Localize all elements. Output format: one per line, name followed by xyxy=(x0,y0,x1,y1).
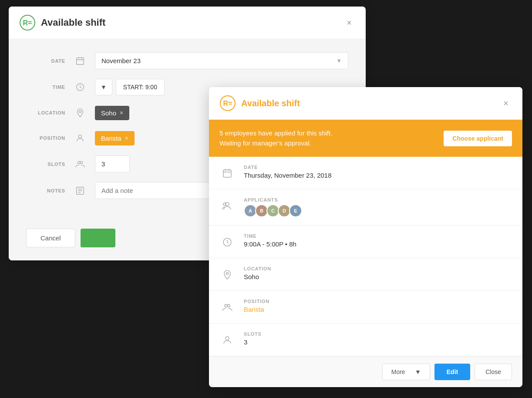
save-button[interactable] xyxy=(81,229,115,247)
choose-applicant-button[interactable]: Choose applicant xyxy=(444,131,512,146)
svg-point-8 xyxy=(78,135,81,138)
calendar-icon xyxy=(72,53,88,69)
svg-point-27 xyxy=(226,337,229,340)
fg-modal-footer: More ▼ Edit Close xyxy=(209,356,522,387)
fg-close-icon-button[interactable]: × xyxy=(500,97,512,110)
fg-title-group: R= Available shift xyxy=(219,95,300,111)
cancel-button[interactable]: Cancel xyxy=(26,229,75,247)
detail-position-icon xyxy=(219,300,235,315)
location-detail-content: LOCATION Soho xyxy=(244,266,271,280)
fg-modal-title: Available shift xyxy=(241,98,300,108)
detail-time-label: TIME xyxy=(244,233,296,239)
detail-position-label: POSITION xyxy=(244,299,269,304)
more-button-label: More xyxy=(391,368,405,375)
svg-point-10 xyxy=(80,161,83,164)
detail-time-value: 9:00A - 5:00P • 8h xyxy=(244,240,296,248)
location-tag-container: Soho × xyxy=(95,106,129,120)
time-start-label: START: xyxy=(123,84,144,91)
position-detail-content: POSITION Barista xyxy=(244,299,269,313)
position-icon xyxy=(72,130,88,146)
detail-location-row: LOCATION Soho xyxy=(209,258,522,291)
more-chevron-icon: ▼ xyxy=(415,368,421,375)
position-label: POSITION xyxy=(26,135,65,141)
svg-text:R=: R= xyxy=(23,19,32,27)
svg-rect-2 xyxy=(77,57,84,64)
location-tag-text: Soho xyxy=(101,109,116,117)
date-chevron-icon: ▼ xyxy=(336,57,342,64)
bg-close-button[interactable]: × xyxy=(343,16,355,30)
applicants-banner: 5 employees have applied for this shift.… xyxy=(209,120,522,157)
position-tag-container: Barista × xyxy=(95,131,135,145)
position-tag-remove[interactable]: × xyxy=(125,135,128,142)
bg-modal-title: Available shift xyxy=(41,17,105,28)
date-label: DATE xyxy=(26,58,65,64)
detail-rows-container: DATE Thursday, November 23, 2018 APPLICA… xyxy=(209,157,522,356)
notes-label: NOTES xyxy=(26,188,65,193)
edit-button[interactable]: Edit xyxy=(434,364,470,380)
detail-position-value: Barista xyxy=(244,306,269,313)
date-row: DATE November 23 ▼ xyxy=(26,52,348,69)
detail-location-label: LOCATION xyxy=(244,266,271,271)
time-dropdown-button[interactable]: ▼ xyxy=(95,79,112,95)
svg-point-25 xyxy=(225,304,227,307)
detail-location-icon xyxy=(219,267,235,283)
detail-slots-label: SLOTS xyxy=(244,331,262,337)
detail-date-row: DATE Thursday, November 23, 2018 xyxy=(209,157,522,189)
slots-detail-content: SLOTS 3 xyxy=(244,331,262,346)
detail-slots-value: 3 xyxy=(244,338,262,346)
foreground-modal: R= Available shift × 5 employees have ap… xyxy=(209,87,522,387)
detail-applicants-row: APPLICANTS A B C D E xyxy=(209,189,522,226)
location-label: LOCATION xyxy=(26,110,65,115)
position-tag-text: Barista xyxy=(101,135,121,142)
more-button[interactable]: More ▼ xyxy=(382,364,430,380)
bg-title-group: R= Available shift xyxy=(19,14,105,31)
date-input[interactable]: November 23 ▼ xyxy=(95,52,348,69)
time-detail-content: TIME 9:00A - 5:00P • 8h xyxy=(244,233,296,248)
detail-time-row: TIME 9:00A - 5:00P • 8h xyxy=(209,226,522,258)
detail-slots-icon xyxy=(219,332,235,348)
location-icon xyxy=(72,105,88,121)
clock-icon xyxy=(72,79,88,95)
applicants-detail-content: APPLICANTS A B C D E xyxy=(244,197,300,217)
detail-slots-row: SLOTS 3 xyxy=(209,324,522,356)
detail-applicants-icon xyxy=(219,198,235,214)
banner-line1: 5 employees have applied for this shift. xyxy=(219,128,332,138)
detail-position-row: POSITION Barista xyxy=(209,291,522,324)
location-tag[interactable]: Soho × xyxy=(95,106,129,120)
detail-calendar-icon xyxy=(219,165,235,181)
time-start-value: 9:00 xyxy=(145,84,157,91)
detail-date-value: Thursday, November 23, 2018 xyxy=(244,172,332,179)
detail-date-label: DATE xyxy=(244,165,332,170)
detail-clock-icon xyxy=(219,234,235,250)
slots-input[interactable] xyxy=(95,155,130,172)
svg-point-7 xyxy=(79,111,81,113)
time-label: TIME xyxy=(26,84,65,90)
avatar-5: E xyxy=(289,204,302,217)
svg-point-9 xyxy=(78,161,81,164)
position-tag[interactable]: Barista × xyxy=(95,131,135,145)
svg-text:R=: R= xyxy=(223,100,232,107)
svg-point-24 xyxy=(226,273,229,275)
slots-label: SLOTS xyxy=(26,162,65,167)
fg-modal-header: R= Available shift × xyxy=(209,87,522,120)
banner-line2: Waiting for manager's approval. xyxy=(219,138,332,148)
detail-location-value: Soho xyxy=(244,273,271,280)
location-tag-remove[interactable]: × xyxy=(120,109,123,116)
app-logo-icon: R= xyxy=(19,14,36,31)
notes-icon xyxy=(72,183,88,199)
applicant-avatars: A B C D E xyxy=(244,204,300,217)
bg-modal-header: R= Available shift × xyxy=(9,7,366,39)
banner-message: 5 employees have applied for this shift.… xyxy=(219,128,332,148)
date-value: November 23 xyxy=(101,57,141,64)
time-start-field[interactable]: START: 9:00 xyxy=(116,79,165,95)
svg-point-26 xyxy=(227,304,230,307)
date-detail-content: DATE Thursday, November 23, 2018 xyxy=(244,165,332,179)
fg-app-logo-icon: R= xyxy=(219,95,236,111)
slots-icon xyxy=(72,156,88,172)
svg-rect-17 xyxy=(223,170,231,177)
detail-applicants-label: APPLICANTS xyxy=(244,197,300,202)
close-button[interactable]: Close xyxy=(475,364,512,380)
